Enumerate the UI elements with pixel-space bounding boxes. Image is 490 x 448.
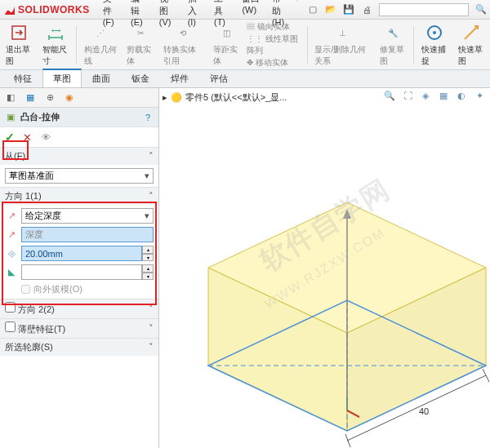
spin-down[interactable]: ▾ [142, 254, 154, 262]
config-icon[interactable]: ⊕ [44, 92, 56, 104]
ribbon-sep [413, 26, 414, 64]
caret-down-icon: ˅ [149, 323, 154, 334]
spin-up[interactable]: ▴ [142, 264, 154, 273]
ribbon-pattern[interactable]: ⋮⋮ 线性草图阵列 [247, 33, 301, 56]
svg-point-3 [433, 31, 436, 34]
tab-weldment[interactable]: 焊件 [160, 69, 199, 87]
caret-down-icon: ˅ [149, 304, 154, 314]
ribbon-mirror[interactable]: ▤ 镜向实体 [247, 21, 301, 33]
depth-type-combo[interactable]: 给定深度 ▾ [21, 208, 154, 224]
print-icon[interactable]: 🖨 [361, 4, 372, 16]
section-direction1: 方向 1(1) ˄ ↗ 给定深度 ▾ ↗ 深度 [0, 187, 158, 299]
help-icon[interactable]: ? [142, 112, 154, 123]
draft-icon[interactable]: ◣ [5, 266, 18, 279]
depth-input[interactable] [21, 246, 142, 261]
section-thin-header[interactable]: 薄壁特征(T) ˅ [0, 319, 158, 338]
ribbon-convert[interactable]: ⟲转换实体引用 [161, 22, 206, 67]
menu-pin-icon[interactable]: 📌 [296, 0, 307, 2]
ribbon-sep [307, 26, 308, 64]
preview-icon[interactable]: 👁 [40, 131, 51, 143]
draft-input[interactable] [21, 264, 142, 280]
open-icon[interactable]: 📂 [325, 4, 336, 16]
ribbon-construct[interactable]: ⋰构造几何线 [82, 22, 120, 67]
depth-icon: 🞜 [5, 247, 18, 260]
thin-checkbox[interactable] [5, 322, 16, 332]
feature-header: ▣ 凸台-拉伸 ? [0, 108, 158, 127]
section-direction2: 方向 2(2) ˅ [0, 299, 158, 318]
dimension-value: 40 [419, 406, 429, 416]
svg-text:⟷: ⟷ [51, 27, 60, 34]
ribbon-trim[interactable]: ✂剪载实体 [124, 22, 156, 67]
depth-ref-field[interactable]: 深度 [21, 227, 154, 242]
chevron-down-icon: ▾ [145, 171, 149, 181]
search-icon[interactable]: 🔍 [475, 4, 487, 16]
app-logo: SOLIDWORKS [3, 3, 90, 16]
feature-title: 凸台-拉伸 [20, 111, 60, 123]
app-name: SOLIDWORKS [18, 4, 90, 16]
svg-line-16 [483, 369, 489, 382]
draft-outward-checkbox [21, 285, 30, 294]
appearance-icon[interactable]: ◉ [64, 92, 75, 104]
new-icon[interactable]: ▢ [307, 4, 318, 16]
chevron-down-icon: ▾ [145, 211, 149, 221]
save-icon[interactable]: 💾 [343, 4, 354, 16]
ribbon-repair[interactable]: 🔧修复草图 [377, 22, 409, 67]
ribbon-offset[interactable]: ◫等距实体 [211, 22, 243, 67]
caret-up-icon: ˄ [149, 191, 154, 202]
titlebar: SOLIDWORKS 文件(F) 编辑(E) 视图(V) 插入(I) 工具(T)… [0, 0, 490, 20]
svg-line-15 [345, 434, 350, 447]
tab-feature[interactable]: 特征 [3, 69, 42, 87]
tree-icon[interactable]: ◧ [5, 92, 16, 104]
ok-button[interactable]: ✓ [5, 131, 15, 144]
from-combo[interactable]: 草图基准面 ▾ [5, 168, 154, 184]
section-dir1-header[interactable]: 方向 1(1) ˄ [0, 188, 158, 205]
extrude-icon: ▣ [5, 112, 16, 123]
section-from: 从(F) ˄ 草图基准面 ▾ [0, 147, 158, 187]
property-manager: ◧ ▦ ⊕ ◉ ▣ 凸台-拉伸 ? ✓ ✕ 👁 从(F) ˄ 草图基准面 ▾ [0, 88, 159, 448]
titlebar-tools: ▢ 📂 💾 🖨 🔍 [307, 3, 487, 16]
ribbon-sep [76, 26, 77, 64]
section-contour-header[interactable]: 所选轮廓(S) ˅ [0, 339, 158, 356]
ribbon-move[interactable]: ✥ 移动实体 [247, 57, 301, 69]
tab-evaluate[interactable]: 评估 [199, 69, 238, 87]
tab-sketch[interactable]: 草图 [42, 69, 82, 87]
section-dir2-header[interactable]: 方向 2(2) ˅ [0, 299, 158, 318]
feature-actions: ✓ ✕ 👁 [0, 127, 158, 147]
viewport[interactable]: ▸ 🟡 零件5 (默认<<默认>_显... 🔍 ⛶ ◈ ▦ ◐ ✦ [159, 88, 490, 448]
caret-up-icon: ˄ [149, 151, 154, 162]
reverse-icon[interactable]: ↗ [5, 228, 18, 242]
direction-icon[interactable]: ↗ [5, 210, 18, 223]
ribbon-smart-dim[interactable]: ⟷ 智能尺寸 [40, 22, 72, 67]
model-view: 40 [159, 88, 490, 448]
depth-spinner[interactable]: ▴▾ [21, 246, 154, 261]
ribbon-relations[interactable]: ⊥显示/删除几何关系 [312, 22, 372, 67]
tab-surface[interactable]: 曲面 [82, 69, 121, 87]
spin-up[interactable]: ▴ [142, 246, 154, 254]
section-thin: 薄壁特征(T) ˅ [0, 318, 158, 338]
tab-sheetmetal[interactable]: 钣金 [121, 69, 160, 87]
spin-down[interactable]: ▾ [142, 273, 154, 281]
draft-spinner[interactable]: ▴▾ [21, 264, 154, 280]
section-contour: 所选轮廓(S) ˅ [0, 338, 158, 356]
section-from-header[interactable]: 从(F) ˄ [0, 148, 158, 165]
command-tabs: 特征 草图 曲面 钣金 焊件 评估 [0, 70, 490, 88]
sidebar-tabs: ◧ ▦ ⊕ ◉ [0, 88, 158, 108]
search-input[interactable] [379, 3, 469, 16]
ribbon-exit-sketch[interactable]: 退出草图 [3, 22, 35, 67]
draft-outward-label: 向外拔模(O) [33, 283, 82, 295]
dir2-checkbox[interactable] [5, 302, 16, 313]
caret-down-icon: ˅ [149, 342, 154, 353]
ribbon-rapid-sketch[interactable]: 快速草图 [456, 22, 488, 67]
cancel-button[interactable]: ✕ [23, 131, 32, 144]
ribbon-quicksnap[interactable]: 快速捕捉 [419, 22, 451, 67]
props-icon[interactable]: ▦ [24, 92, 36, 104]
